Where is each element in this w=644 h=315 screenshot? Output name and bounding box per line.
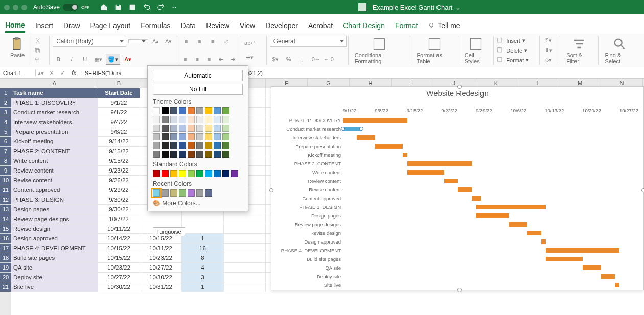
- align-mid-icon[interactable]: ≡: [194, 36, 205, 47]
- currency-icon[interactable]: $▾: [270, 54, 281, 65]
- color-swatch[interactable]: [214, 170, 221, 177]
- underline-button[interactable]: U: [79, 54, 90, 65]
- color-swatch[interactable]: [188, 151, 195, 158]
- color-swatch[interactable]: [170, 142, 177, 149]
- chart-bar[interactable]: [343, 118, 407, 123]
- chart-bar[interactable]: [407, 161, 472, 166]
- home-icon[interactable]: [100, 3, 108, 11]
- chart-bar[interactable]: [476, 205, 545, 209]
- color-swatch[interactable]: [214, 151, 221, 158]
- color-swatch[interactable]: [196, 125, 203, 132]
- color-swatch[interactable]: [196, 142, 203, 149]
- autosave-toggle[interactable]: AutoSave OFF: [33, 4, 89, 11]
- color-swatch[interactable]: [153, 151, 160, 158]
- share-icon[interactable]: [128, 3, 136, 11]
- color-swatch[interactable]: [153, 133, 160, 140]
- color-swatch[interactable]: [188, 107, 195, 114]
- color-swatch[interactable]: [162, 116, 169, 123]
- indent-dec-icon[interactable]: ⇤: [216, 54, 226, 65]
- color-swatch[interactable]: [222, 116, 229, 123]
- chart-bar[interactable]: [541, 239, 546, 244]
- color-swatch[interactable]: [153, 142, 160, 149]
- format-cells-button[interactable]: Format ▾: [497, 57, 536, 64]
- color-swatch[interactable]: [179, 189, 186, 197]
- color-swatch[interactable]: [196, 133, 203, 140]
- color-swatch[interactable]: [205, 125, 212, 132]
- color-swatch[interactable]: [205, 107, 212, 114]
- window-controls[interactable]: [4, 5, 27, 10]
- bold-button[interactable]: B: [53, 54, 64, 65]
- color-swatch[interactable]: [222, 151, 229, 158]
- insert-cells-button[interactable]: Insert ▾: [497, 37, 536, 44]
- tab-insert[interactable]: Insert: [35, 19, 53, 32]
- color-swatch[interactable]: [179, 151, 186, 158]
- undo-icon[interactable]: [143, 3, 151, 11]
- chart-title[interactable]: Website Redesign: [271, 87, 643, 99]
- color-swatch[interactable]: [179, 107, 186, 114]
- color-swatch[interactable]: [188, 170, 195, 177]
- number-format-select[interactable]: General: [270, 36, 347, 47]
- color-swatch[interactable]: [170, 189, 177, 197]
- clear-icon[interactable]: ◇▾: [543, 55, 554, 65]
- color-swatch[interactable]: [162, 133, 169, 140]
- color-swatch[interactable]: [205, 133, 212, 140]
- cell-styles-button[interactable]: Cell Styles: [462, 36, 491, 65]
- color-swatch[interactable]: [188, 133, 195, 140]
- more-icon[interactable]: ···: [171, 4, 176, 11]
- color-swatch[interactable]: [170, 125, 177, 132]
- align-center-icon[interactable]: ≡: [192, 54, 202, 65]
- comma-icon[interactable]: ,: [296, 54, 308, 65]
- color-swatch[interactable]: [214, 142, 221, 149]
- worksheet[interactable]: 123456789101112131415161718192021 ABCDEF…: [0, 79, 644, 315]
- automatic-color-button[interactable]: Automatic: [153, 70, 243, 81]
- color-swatch[interactable]: [222, 170, 229, 177]
- chart-bar[interactable]: [546, 257, 583, 261]
- inc-dec-icon[interactable]: .0→: [310, 54, 321, 65]
- find-select-button[interactable]: Find & Select: [602, 36, 637, 65]
- tab-pagelayout[interactable]: Page Layout: [90, 19, 131, 32]
- chart-bar[interactable]: [343, 127, 361, 131]
- format-painter-icon[interactable]: [34, 57, 41, 64]
- color-swatch[interactable]: [205, 142, 212, 149]
- color-swatch[interactable]: [222, 142, 229, 149]
- align-top-icon[interactable]: ≡: [180, 36, 192, 47]
- align-left-icon[interactable]: ≡: [180, 54, 190, 65]
- color-swatch[interactable]: [179, 133, 186, 140]
- color-swatch[interactable]: [188, 116, 195, 123]
- tell-me[interactable]: Tell me: [428, 17, 460, 34]
- color-swatch[interactable]: [188, 142, 195, 149]
- fill-color-button[interactable]: 🪣▾: [106, 54, 120, 65]
- fill-icon[interactable]: ⬇▾: [543, 45, 554, 55]
- color-swatch[interactable]: [162, 170, 169, 177]
- no-fill-button[interactable]: No Fill: [153, 84, 243, 95]
- decrease-font-icon[interactable]: A▾: [163, 36, 174, 47]
- color-swatch[interactable]: [170, 133, 177, 140]
- color-swatch[interactable]: [196, 116, 203, 123]
- name-box[interactable]: Chart 1: [0, 70, 36, 76]
- color-swatch[interactable]: [196, 189, 203, 197]
- color-swatch[interactable]: [222, 107, 229, 114]
- tab-formulas[interactable]: Formulas: [141, 19, 170, 32]
- autosum-icon[interactable]: Σ▾: [543, 36, 554, 45]
- indent-inc-icon[interactable]: ⇥: [228, 54, 238, 65]
- chart-bar[interactable]: [375, 144, 403, 149]
- format-as-table-button[interactable]: Format as Table: [413, 36, 454, 65]
- color-swatch[interactable]: [205, 116, 212, 123]
- merge-icon[interactable]: ⬌▾: [244, 52, 256, 63]
- color-swatch[interactable]: [222, 125, 229, 132]
- font-color-button[interactable]: A▾: [122, 54, 133, 65]
- row-headers[interactable]: 123456789101112131415161718192021: [0, 79, 11, 315]
- tab-chartdesign[interactable]: Chart Design: [343, 19, 385, 32]
- color-swatch[interactable]: [214, 125, 221, 132]
- chart-bar[interactable]: [458, 187, 472, 192]
- color-swatch[interactable]: [179, 125, 186, 132]
- wrap-text-icon[interactable]: ab↵: [244, 37, 256, 49]
- color-swatch[interactable]: [214, 116, 221, 123]
- increase-font-icon[interactable]: A▴: [150, 36, 161, 47]
- tab-developer[interactable]: Developer: [265, 19, 298, 32]
- paste-button[interactable]: Paste: [7, 36, 28, 59]
- color-swatch[interactable]: [162, 125, 169, 132]
- tab-draw[interactable]: Draw: [63, 19, 80, 32]
- chart-bar[interactable]: [509, 222, 527, 227]
- color-swatch[interactable]: [153, 189, 160, 197]
